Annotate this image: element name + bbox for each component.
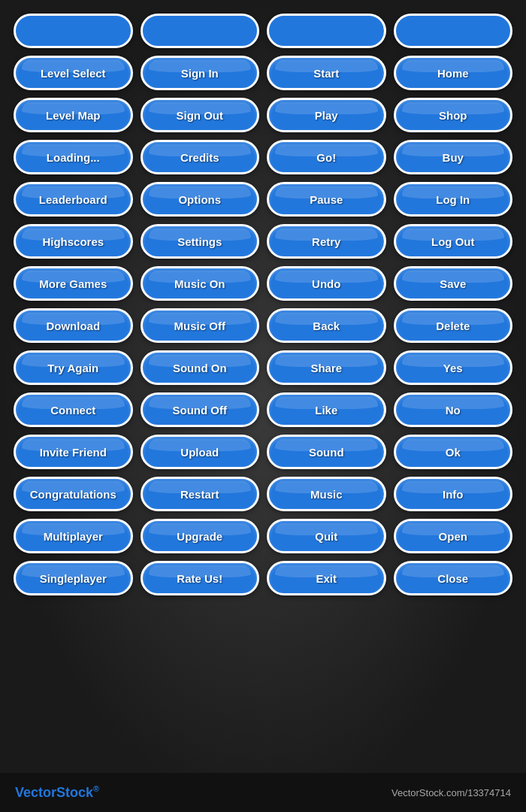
button-start[interactable]: Start <box>267 56 386 90</box>
button-delete[interactable]: Delete <box>394 308 513 343</box>
button-yes[interactable]: Yes <box>394 350 513 385</box>
button-exit[interactable]: Exit <box>267 561 386 595</box>
footer-url: VectorStock.com/13374714 <box>391 787 511 798</box>
button-restart[interactable]: Restart <box>141 477 260 511</box>
button-sound[interactable]: Sound <box>267 435 386 469</box>
button-shop[interactable]: Shop <box>394 98 513 132</box>
button-share[interactable]: Share <box>267 350 386 385</box>
button-highscores[interactable]: Highscores <box>14 224 133 259</box>
button-music[interactable]: Music <box>267 477 386 511</box>
registered-symbol: ® <box>93 784 99 793</box>
button-sound-on[interactable]: Sound On <box>141 350 260 385</box>
button-go-[interactable]: Go! <box>267 140 386 174</box>
button-undo[interactable]: Undo <box>267 266 386 301</box>
button-music-on[interactable]: Music On <box>141 266 260 301</box>
button-open[interactable]: Open <box>394 519 513 553</box>
button-upgrade[interactable]: Upgrade <box>141 519 260 553</box>
brand-name: VectorStock <box>15 785 93 800</box>
button-buy[interactable]: Buy <box>394 140 513 174</box>
button-like[interactable]: Like <box>267 392 386 427</box>
button-level-select[interactable]: Level Select <box>14 56 133 90</box>
button-multiplayer[interactable]: Multiplayer <box>14 519 133 553</box>
button-play[interactable]: Play <box>267 98 386 132</box>
button-home[interactable]: Home <box>394 56 513 90</box>
button-retry[interactable]: Retry <box>267 224 386 259</box>
brand-logo: VectorStock® <box>15 784 99 801</box>
button-log-in[interactable]: Log In <box>394 182 513 217</box>
button-info[interactable]: Info <box>394 477 513 511</box>
button-empty-2 <box>267 14 386 48</box>
button-log-out[interactable]: Log Out <box>394 224 513 259</box>
button-loading---[interactable]: Loading... <box>14 140 133 174</box>
button-save[interactable]: Save <box>394 266 513 301</box>
button-close[interactable]: Close <box>394 561 513 595</box>
button-back[interactable]: Back <box>267 308 386 343</box>
button-singleplayer[interactable]: Singleplayer <box>14 561 133 595</box>
button-congratulations[interactable]: Congratulations <box>14 477 133 511</box>
button-no[interactable]: No <box>394 392 513 427</box>
button-quit[interactable]: Quit <box>267 519 386 553</box>
button-sign-in[interactable]: Sign In <box>141 56 260 90</box>
button-leaderboard[interactable]: Leaderboard <box>14 182 133 217</box>
button-ok[interactable]: Ok <box>394 435 513 469</box>
button-empty-1 <box>141 14 260 48</box>
button-download[interactable]: Download <box>14 308 133 343</box>
button-upload[interactable]: Upload <box>141 435 260 469</box>
button-level-map[interactable]: Level Map <box>14 98 133 132</box>
button-music-off[interactable]: Music Off <box>141 308 260 343</box>
footer: VectorStock® VectorStock.com/13374714 <box>0 773 526 812</box>
button-empty-0 <box>14 14 133 48</box>
button-more-games[interactable]: More Games <box>14 266 133 301</box>
button-invite-friend[interactable]: Invite Friend <box>14 435 133 469</box>
button-settings[interactable]: Settings <box>141 224 260 259</box>
button-options[interactable]: Options <box>141 182 260 217</box>
button-try-again[interactable]: Try Again <box>14 350 133 385</box>
button-empty-3 <box>394 14 513 48</box>
button-sign-out[interactable]: Sign Out <box>141 98 260 132</box>
button-pause[interactable]: Pause <box>267 182 386 217</box>
button-rate-us-[interactable]: Rate Us! <box>141 561 260 595</box>
button-sound-off[interactable]: Sound Off <box>141 392 260 427</box>
button-connect[interactable]: Connect <box>14 392 133 427</box>
button-credits[interactable]: Credits <box>141 140 260 174</box>
button-grid: Level SelectSign InStartHomeLevel MapSig… <box>0 0 526 595</box>
